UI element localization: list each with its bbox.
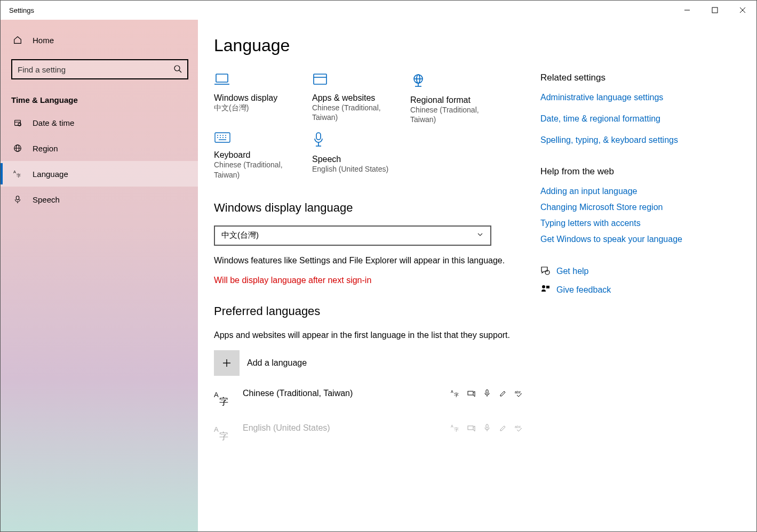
display-pack-icon: A字 [451, 423, 459, 433]
display-lang-dropdown[interactable]: 中文(台灣) [214, 225, 491, 246]
language-item[interactable]: A字 Chinese (Traditional, Taiwan) A字 abc [214, 389, 523, 409]
svg-rect-35 [316, 133, 321, 140]
tile-regional-format[interactable]: Regional format Chinese (Traditional, Ta… [410, 72, 501, 124]
speech-icon [483, 423, 491, 433]
feedback-link[interactable]: Give feedback [556, 285, 611, 295]
speech-icon [483, 389, 491, 399]
svg-text:abc: abc [515, 390, 521, 394]
svg-text:A: A [13, 170, 16, 174]
language-features: A字 abc [451, 389, 523, 399]
sidebar-item-label: Language [33, 170, 68, 179]
svg-text:字: 字 [454, 392, 459, 397]
display-lang-help: Windows features like Settings and File … [214, 254, 523, 267]
language-icon: A字 [11, 169, 24, 179]
svg-text:字: 字 [454, 427, 459, 432]
search-input-wrap[interactable] [11, 59, 188, 79]
overview-tiles: Windows display 中文(台灣) Apps & websites C… [214, 72, 523, 180]
svg-point-4 [174, 66, 180, 71]
sidebar-item-language[interactable]: A字 Language [1, 161, 198, 187]
plus-icon [214, 350, 240, 376]
language-glyph-icon: A字 [214, 390, 235, 409]
svg-text:字: 字 [219, 397, 228, 407]
svg-rect-52 [468, 426, 473, 430]
maximize-button[interactable] [701, 1, 729, 20]
tile-windows-display[interactable]: Windows display 中文(台灣) [214, 72, 305, 124]
display-lang-title: Windows display language [214, 201, 523, 215]
link-accents[interactable]: Typing letters with accents [540, 219, 740, 228]
tile-label: Speech [312, 155, 403, 164]
keyboard-icon [214, 132, 305, 145]
tile-label: Apps & websites [312, 93, 403, 103]
svg-point-57 [542, 285, 545, 288]
minimize-button[interactable] [673, 1, 701, 20]
sidebar-item-region[interactable]: Region [1, 135, 198, 161]
tile-sub: 中文(台灣) [214, 103, 305, 112]
link-date-regional[interactable]: Date, time & regional formatting [540, 114, 740, 124]
link-admin-lang[interactable]: Administrative language settings [540, 93, 740, 102]
chevron-down-icon [476, 231, 484, 240]
display-lang-warning: Will be display language after next sign… [214, 276, 523, 285]
tts-icon [467, 423, 475, 433]
dropdown-value: 中文(台灣) [221, 230, 259, 240]
svg-rect-58 [546, 286, 549, 288]
language-features: A字 abc [451, 423, 523, 433]
tile-sub: Chinese (Traditional, Taiwan) [312, 103, 403, 122]
add-language-button[interactable]: Add a language [214, 350, 523, 376]
help-icon [540, 265, 556, 277]
get-help-link[interactable]: Get help [556, 267, 588, 276]
sidebar-home-label: Home [33, 36, 54, 45]
related-title: Related settings [540, 72, 740, 83]
webhelp-title: Help from the web [540, 166, 740, 177]
tile-sub: Chinese (Traditional, Taiwan) [410, 105, 501, 124]
laptop-icon [214, 72, 305, 88]
sidebar-item-datetime[interactable]: Date & time [1, 110, 198, 135]
sidebar-group-title: Time & Language [1, 87, 198, 110]
clock-icon [11, 118, 24, 127]
tts-icon [467, 389, 475, 399]
svg-text:A: A [451, 424, 453, 428]
tile-sub: Chinese (Traditional, Taiwan) [214, 160, 305, 179]
svg-line-5 [179, 70, 181, 72]
search-input[interactable] [18, 65, 173, 74]
globe-stand-icon [410, 72, 501, 90]
microphone-icon [11, 195, 24, 204]
language-name: English (United States) [243, 423, 451, 433]
sidebar: Home Time & Language Date & time Region [1, 20, 198, 531]
window-controls [673, 1, 756, 20]
handwriting-icon [499, 389, 507, 399]
preferred-help: Apps and websites will appear in the fir… [214, 329, 523, 342]
tile-apps-websites[interactable]: Apps & websites Chinese (Traditional, Ta… [312, 72, 403, 124]
svg-rect-1 [712, 7, 718, 13]
link-spelling-typing[interactable]: Spelling, typing, & keyboard settings [540, 135, 740, 145]
feedback-row[interactable]: Give feedback [540, 284, 740, 295]
sidebar-home[interactable]: Home [1, 27, 198, 53]
sidebar-item-label: Region [33, 144, 58, 153]
svg-text:字: 字 [17, 173, 21, 178]
link-speak-lang[interactable]: Get Windows to speak your language [540, 235, 740, 244]
search-icon [173, 65, 182, 75]
svg-rect-18 [314, 74, 326, 84]
tile-sub: English (United States) [312, 164, 403, 174]
window-title: Settings [9, 6, 34, 14]
feedback-icon [540, 284, 556, 295]
language-item[interactable]: A字 English (United States) A字 abc [214, 423, 523, 444]
home-icon [11, 35, 24, 45]
svg-rect-14 [16, 196, 19, 200]
link-store-region[interactable]: Changing Microsoft Store region [540, 203, 740, 212]
add-language-label: Add a language [247, 358, 307, 368]
tile-keyboard[interactable]: Keyboard Chinese (Traditional, Taiwan) [214, 132, 305, 179]
link-add-input-lang[interactable]: Adding an input language [540, 187, 740, 196]
sidebar-item-label: Speech [33, 195, 60, 204]
tile-label: Regional format [410, 95, 501, 105]
svg-rect-53 [486, 424, 488, 428]
window-icon [312, 72, 403, 88]
svg-rect-16 [216, 74, 228, 82]
tile-speech[interactable]: Speech English (United States) [312, 132, 403, 179]
close-button[interactable] [729, 1, 756, 20]
get-help-row[interactable]: Get help [540, 265, 740, 277]
tile-label: Keyboard [214, 150, 305, 160]
svg-text:A: A [214, 391, 219, 399]
sidebar-item-speech[interactable]: Speech [1, 187, 198, 212]
tile-label: Windows display [214, 93, 305, 103]
svg-text:字: 字 [219, 431, 228, 441]
